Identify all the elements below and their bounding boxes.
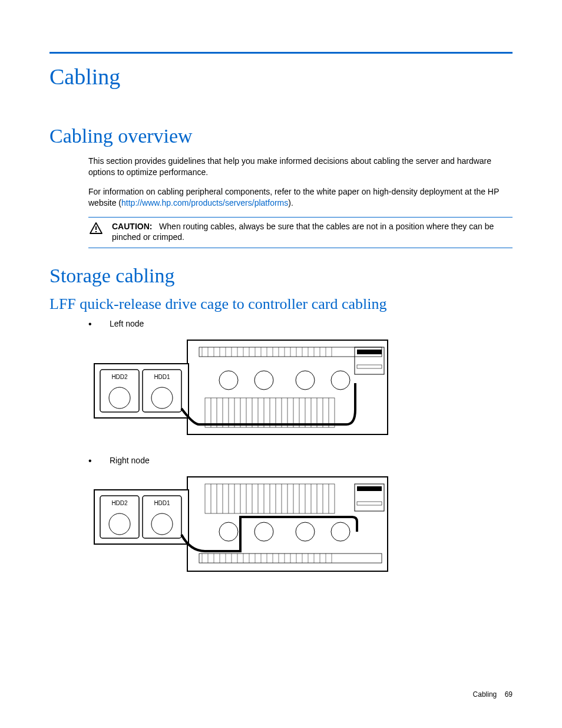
svg-rect-96: [357, 486, 382, 491]
overview-para1: This section provides guidelines that he…: [88, 156, 513, 178]
footer-page-number: 69: [505, 690, 513, 699]
footer-section: Cabling: [473, 690, 497, 699]
caution-box: CAUTION: When routing cables, always be …: [88, 217, 513, 249]
hdd1-label-r: HDD1: [154, 500, 170, 506]
hp-link[interactable]: http://www.hp.com/products/servers/platf…: [121, 198, 288, 207]
hdd2-label: HDD2: [111, 374, 128, 380]
section-storage-cabling-title: Storage cabling: [49, 265, 513, 287]
subsection-lff-title: LFF quick-release drive cage to controll…: [49, 295, 513, 313]
svg-rect-1: [95, 231, 97, 232]
list-item: Right node: [88, 456, 513, 465]
chapter-title: Cabling: [49, 64, 513, 90]
page-footer: Cabling 69: [473, 690, 513, 699]
caution-icon: [88, 221, 104, 243]
caution-content: CAUTION: When routing cables, always be …: [112, 221, 513, 243]
caution-text: When routing cables, always be sure that…: [112, 222, 494, 242]
list-item: Left node: [88, 319, 513, 328]
section-cabling-overview-title: Cabling overview: [49, 125, 513, 147]
section1-body: This section provides guidelines that he…: [88, 156, 513, 248]
svg-rect-3: [94, 364, 189, 418]
overview-para2: For information on cabling peripheral co…: [88, 186, 513, 209]
node-list-2: Right node: [88, 456, 513, 465]
node-list: Left node: [88, 319, 513, 328]
hdd2-label-r: HDD2: [111, 500, 128, 506]
para2-post: ).: [288, 198, 293, 207]
right-node-diagram: HDD2 HDD1: [93, 476, 513, 575]
left-node-diagram: HDD2 HDD1: [93, 339, 513, 438]
hdd1-label: HDD1: [154, 374, 170, 380]
svg-rect-37: [357, 350, 382, 354]
svg-rect-0: [95, 226, 97, 230]
svg-rect-62: [94, 490, 189, 544]
caution-label: CAUTION:: [112, 222, 152, 231]
top-rule: [49, 52, 513, 54]
